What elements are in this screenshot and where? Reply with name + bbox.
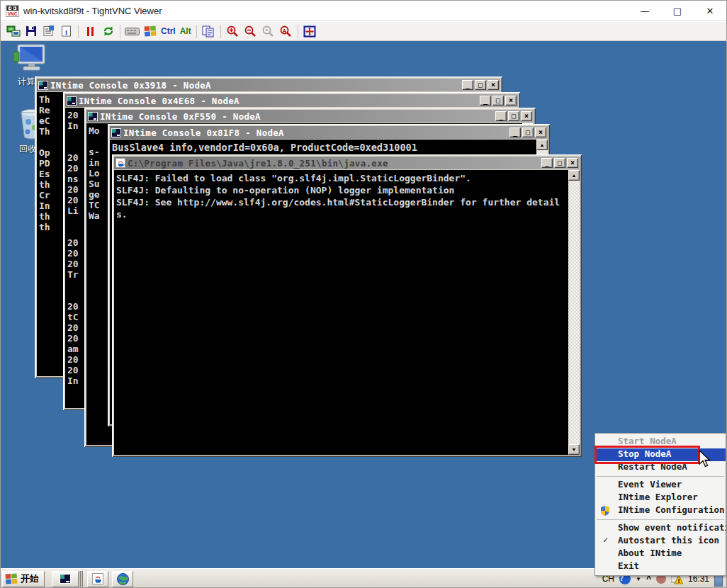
console-window-icon	[60, 574, 71, 584]
start-button[interactable]: 开始	[2, 571, 45, 587]
scroll-up-button[interactable]: ▲	[536, 140, 548, 150]
close-button[interactable]: ×	[521, 111, 532, 121]
close-button[interactable]: ×	[505, 96, 517, 106]
menu-item-intime-configuration[interactable]: INtime Configuration	[595, 504, 726, 517]
menu-item-intime-explorer[interactable]: INtime Explorer	[595, 492, 726, 504]
file-transfer-button[interactable]	[200, 23, 218, 40]
minimize-button[interactable]: _	[495, 111, 507, 121]
taskbar-button-java[interactable]	[87, 571, 108, 587]
annotation-highlight-box	[594, 446, 700, 464]
app-maximize-button[interactable]: □	[661, 1, 694, 21]
zoom-out-button[interactable]	[242, 23, 259, 40]
scrollbar[interactable]: ▲▼	[568, 170, 580, 455]
save-session-button[interactable]	[22, 23, 40, 40]
svg-text:VNC: VNC	[8, 11, 18, 16]
toolbar-separator	[196, 25, 197, 38]
window-title: C:\Program Files\Java\jre1.8.0_251\bin\j…	[128, 158, 539, 169]
new-connection-button[interactable]	[4, 23, 22, 40]
minimize-button[interactable]: _	[541, 158, 553, 168]
uac-shield-icon	[601, 506, 609, 516]
menu-item-autostart-this-icon[interactable]: ✓Autostart this icon	[595, 535, 726, 548]
refresh-screen-button[interactable]	[99, 23, 117, 40]
console-screen[interactable]: SLF4J: Failed to load class "org.slf4j.i…	[114, 170, 580, 455]
java-icon	[92, 573, 103, 584]
console-window-icon	[67, 96, 77, 106]
scroll-up-button[interactable]: ▲	[568, 170, 580, 181]
tightvnc-viewer-window: VNC win-kvitskd8f9t - TightVNC Viewer — …	[0, 0, 727, 588]
windows-logo-icon	[5, 573, 18, 584]
window-titlebar[interactable]: C:\Program Files\Java\jre1.8.0_251\bin\j…	[114, 157, 580, 169]
vnc-toolbar: i Ctrl Alt A	[1, 22, 726, 41]
window-titlebar[interactable]: INtime Console 0x4E68 - NodeA _□×	[65, 94, 518, 107]
tightvnc-logo-icon: VNC	[6, 5, 19, 17]
tray-dropdown-button[interactable]: ▼	[636, 576, 641, 582]
close-button[interactable]: ×	[535, 128, 546, 137]
window-title: INtime Console 0x81F8 - NodeA	[123, 128, 507, 138]
remote-desktop: 计算机 回收站 INtime Console 0x3918 - NodeA _□…	[1, 41, 727, 588]
ctrl-alt-del-button[interactable]	[123, 23, 141, 40]
fullscreen-button[interactable]	[301, 23, 319, 40]
toolbar-separator	[298, 25, 298, 38]
app-close-button[interactable]: ✕	[694, 1, 726, 21]
minimize-button[interactable]: _	[509, 128, 521, 137]
toolbar-separator	[78, 25, 79, 38]
java-icon	[115, 158, 125, 168]
console-window-icon	[88, 112, 98, 121]
maximize-button[interactable]: □	[522, 128, 534, 137]
svg-text:A: A	[283, 28, 287, 34]
close-button[interactable]: ×	[567, 158, 578, 168]
alt-key-button[interactable]: Alt	[178, 23, 193, 40]
mouse-cursor	[698, 450, 712, 471]
taskbar-button-console-group[interactable]	[52, 571, 79, 587]
console-window-icon	[38, 81, 48, 90]
svg-text:!: !	[677, 577, 680, 584]
menu-item-show-event-notifications[interactable]: Show event notifications	[595, 522, 726, 535]
console-window-icon	[111, 128, 121, 137]
toolbar-separator	[120, 25, 120, 38]
zoom-in-button[interactable]	[224, 23, 242, 40]
svg-text:i: i	[65, 28, 67, 36]
win-key-button[interactable]	[141, 23, 159, 40]
menu-item-event-viewer[interactable]: Event Viewer	[595, 479, 726, 492]
menu-item-about-intime[interactable]: About INtime	[595, 548, 726, 560]
computer-icon	[13, 43, 47, 73]
minimize-button[interactable]: _	[462, 80, 473, 90]
java-console-window[interactable]: C:\Program Files\Java\jre1.8.0_251\bin\j…	[112, 154, 582, 457]
menu-item-exit[interactable]: Exit	[595, 560, 726, 573]
toolbar-separator	[220, 25, 221, 38]
close-button[interactable]: ×	[488, 80, 499, 90]
maximize-button[interactable]: □	[492, 96, 504, 106]
window-titlebar[interactable]: INtime Console 0x3918 - NodeA _□×	[37, 79, 500, 91]
app-minimize-button[interactable]: —	[629, 1, 661, 21]
zoom-auto-button[interactable]: A	[277, 23, 295, 40]
zoom-actual-size-button[interactable]	[259, 23, 277, 40]
start-label: 开始	[21, 572, 39, 585]
globe-icon	[117, 573, 129, 585]
window-titlebar[interactable]: INtime Console 0x81F8 - NodeA _□×	[110, 126, 548, 139]
console-output: SLF4J: Failed to load class "org.slf4j.i…	[114, 170, 580, 220]
minimize-button[interactable]: _	[480, 96, 491, 106]
checkmark-icon: ✓	[603, 535, 608, 545]
maximize-button[interactable]: □	[475, 80, 486, 90]
maximize-button[interactable]: □	[554, 158, 565, 168]
maximize-button[interactable]: □	[508, 111, 519, 121]
window-title: INtime Console 0x3918 - NodeA	[50, 80, 460, 91]
app-title: win-kvitskd8f9t - TightVNC Viewer	[23, 6, 162, 16]
window-titlebar[interactable]: INtime Console 0xF550 - NodeA _□×	[86, 110, 534, 123]
ctrl-key-button[interactable]: Ctrl	[159, 23, 178, 40]
pause-button[interactable]	[81, 23, 99, 40]
menu-separator	[597, 519, 724, 520]
app-titlebar[interactable]: VNC win-kvitskd8f9t - TightVNC Viewer — …	[1, 1, 726, 21]
menu-separator	[597, 476, 724, 477]
window-title: INtime Console 0xF550 - NodeA	[100, 111, 493, 122]
window-title: INtime Console 0x4E68 - NodeA	[79, 96, 478, 106]
connection-info-button[interactable]: i	[57, 23, 75, 40]
connection-options-button[interactable]	[40, 23, 57, 40]
taskbar-button-internet[interactable]	[112, 571, 133, 587]
scroll-down-button[interactable]: ▼	[568, 444, 580, 455]
